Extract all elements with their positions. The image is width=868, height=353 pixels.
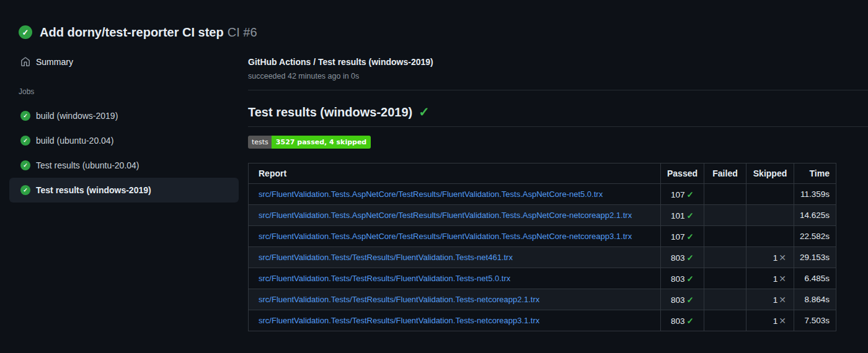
time-cell: 22.582s bbox=[794, 226, 836, 247]
report-link[interactable]: src/FluentValidation.Tests/TestResults/F… bbox=[259, 316, 539, 325]
skip-cross-icon: ✕ bbox=[779, 316, 786, 326]
jobs-section-label: Jobs bbox=[19, 87, 248, 96]
failed-cell bbox=[704, 205, 746, 226]
time-cell: 14.625s bbox=[794, 205, 836, 226]
time-cell: 6.485s bbox=[794, 268, 836, 289]
skipped-cell bbox=[746, 226, 794, 247]
report-cell: src/FluentValidation.Tests/TestResults/F… bbox=[249, 289, 661, 310]
divider bbox=[248, 126, 868, 127]
home-icon bbox=[20, 57, 30, 67]
table-row: src/FluentValidation.Tests/TestResults/F… bbox=[249, 289, 836, 310]
column-header-failed: Failed bbox=[704, 163, 746, 184]
passed-count: 803 bbox=[671, 316, 685, 326]
sidebar-job-item[interactable]: ✓build (windows-2019) bbox=[9, 103, 239, 128]
time-cell: 8.864s bbox=[794, 289, 836, 310]
report-link[interactable]: src/FluentValidation.Tests.AspNetCore/Te… bbox=[259, 232, 632, 241]
table-row: src/FluentValidation.Tests.AspNetCore/Te… bbox=[249, 226, 836, 247]
failed-cell bbox=[704, 226, 746, 247]
report-cell: src/FluentValidation.Tests/TestResults/F… bbox=[249, 268, 661, 289]
pass-check-icon: ✓ bbox=[687, 274, 694, 284]
pass-check-icon: ✓ bbox=[687, 211, 694, 220]
failed-cell bbox=[704, 268, 746, 289]
report-link[interactable]: src/FluentValidation.Tests/TestResults/F… bbox=[259, 253, 513, 262]
run-status-line: succeeded 42 minutes ago in 0s bbox=[248, 72, 868, 81]
time-cell: 7.503s bbox=[794, 310, 836, 331]
summary-label: Summary bbox=[36, 57, 73, 67]
skip-cross-icon: ✕ bbox=[779, 274, 786, 284]
column-header-skipped: Skipped bbox=[746, 163, 794, 184]
job-check-circle-icon: ✓ bbox=[20, 185, 30, 195]
skipped-count: 1 bbox=[773, 295, 778, 305]
sidebar-job-item[interactable]: ✓Test results (ubuntu-20.04) bbox=[9, 153, 239, 178]
jobs-list: ✓build (windows-2019)✓build (ubuntu-20.0… bbox=[0, 103, 248, 203]
run-status-check-circle-icon: ✓ bbox=[19, 25, 32, 39]
column-header-time: Time bbox=[794, 163, 836, 184]
skipped-count: 1 bbox=[773, 253, 778, 263]
report-cell: src/FluentValidation.Tests/TestResults/F… bbox=[249, 310, 661, 331]
passed-cell: 803✓ bbox=[661, 268, 704, 289]
divider bbox=[248, 90, 868, 90]
report-link[interactable]: src/FluentValidation.Tests/TestResults/F… bbox=[259, 274, 510, 283]
table-row: src/FluentValidation.Tests/TestResults/F… bbox=[249, 310, 836, 331]
heading-check-icon: ✓ bbox=[418, 104, 430, 120]
report-link[interactable]: src/FluentValidation.Tests/TestResults/F… bbox=[259, 295, 539, 304]
report-cell: src/FluentValidation.Tests/TestResults/F… bbox=[249, 247, 661, 268]
table-row: src/FluentValidation.Tests.AspNetCore/Te… bbox=[249, 205, 836, 226]
job-check-circle-icon: ✓ bbox=[20, 111, 30, 121]
skipped-cell: 1✕ bbox=[746, 289, 794, 310]
column-header-report: Report bbox=[249, 163, 661, 184]
passed-count: 803 bbox=[671, 253, 685, 263]
passed-cell: 803✓ bbox=[661, 310, 704, 331]
tests-badge-label: tests bbox=[248, 136, 272, 149]
sidebar-item-summary[interactable]: Summary bbox=[9, 51, 239, 72]
job-label: Test results (windows-2019) bbox=[36, 185, 151, 195]
tests-badge-value: 3527 passed, 4 skipped bbox=[272, 136, 371, 149]
time-cell: 11.359s bbox=[794, 184, 836, 205]
passed-count: 803 bbox=[671, 274, 685, 284]
test-results-table: ReportPassedFailedSkippedTime src/Fluent… bbox=[248, 163, 836, 331]
pass-check-icon: ✓ bbox=[687, 232, 694, 242]
column-header-passed: Passed bbox=[661, 163, 704, 184]
run-header: ✓ Add dorny/test-reporter CI step CI #6 bbox=[0, 0, 868, 46]
report-cell: src/FluentValidation.Tests.AspNetCore/Te… bbox=[249, 226, 661, 247]
report-cell: src/FluentValidation.Tests.AspNetCore/Te… bbox=[249, 205, 661, 226]
pass-check-icon: ✓ bbox=[687, 253, 694, 263]
pass-check-icon: ✓ bbox=[687, 190, 694, 199]
table-header-row: ReportPassedFailedSkippedTime bbox=[249, 163, 836, 184]
skipped-cell: 1✕ bbox=[746, 247, 794, 268]
skipped-cell: 1✕ bbox=[746, 268, 794, 289]
tests-badge[interactable]: tests 3527 passed, 4 skipped bbox=[248, 136, 371, 149]
skipped-count: 1 bbox=[773, 274, 778, 284]
skipped-count: 1 bbox=[773, 316, 778, 326]
passed-cell: 803✓ bbox=[661, 289, 704, 310]
run-title: Add dorny/test-reporter CI step bbox=[40, 25, 224, 40]
skipped-cell: 1✕ bbox=[746, 310, 794, 331]
pass-check-icon: ✓ bbox=[687, 316, 694, 326]
run-number: CI #6 bbox=[228, 25, 257, 40]
time-cell: 29.153s bbox=[794, 247, 836, 268]
table-row: src/FluentValidation.Tests.AspNetCore/Te… bbox=[249, 184, 836, 205]
failed-cell bbox=[704, 184, 746, 205]
sidebar-job-item[interactable]: ✓Test results (windows-2019) bbox=[9, 178, 239, 203]
sidebar-job-item[interactable]: ✓build (ubuntu-20.04) bbox=[9, 128, 239, 153]
job-check-circle-icon: ✓ bbox=[20, 160, 30, 170]
job-detail-panel: GitHub Actions / Test results (windows-2… bbox=[248, 46, 868, 331]
report-link[interactable]: src/FluentValidation.Tests.AspNetCore/Te… bbox=[259, 190, 603, 199]
report-link[interactable]: src/FluentValidation.Tests.AspNetCore/Te… bbox=[259, 211, 632, 220]
section-heading: Test results (windows-2019) bbox=[248, 104, 412, 120]
report-cell: src/FluentValidation.Tests.AspNetCore/Te… bbox=[249, 184, 661, 205]
passed-count: 107 bbox=[671, 190, 685, 199]
job-label: Test results (ubuntu-20.04) bbox=[36, 160, 140, 170]
passed-count: 107 bbox=[671, 232, 685, 242]
failed-cell bbox=[704, 247, 746, 268]
passed-cell: 803✓ bbox=[661, 247, 704, 268]
skip-cross-icon: ✕ bbox=[779, 295, 786, 305]
job-label: build (windows-2019) bbox=[36, 111, 118, 121]
skip-cross-icon: ✕ bbox=[779, 253, 786, 263]
passed-count: 803 bbox=[671, 295, 685, 305]
failed-cell bbox=[704, 310, 746, 331]
check-run-breadcrumb: GitHub Actions / Test results (windows-2… bbox=[248, 57, 868, 67]
table-row: src/FluentValidation.Tests/TestResults/F… bbox=[249, 268, 836, 289]
job-check-circle-icon: ✓ bbox=[20, 136, 30, 146]
passed-cell: 107✓ bbox=[661, 184, 704, 205]
